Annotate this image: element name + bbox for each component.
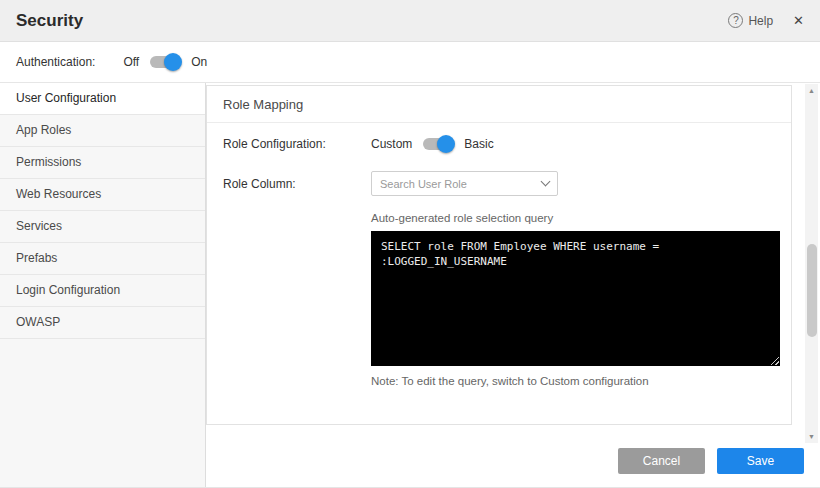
sidebar-item-app-roles[interactable]: App Roles: [0, 115, 205, 147]
sidebar-item-owasp[interactable]: OWASP: [0, 307, 205, 339]
panel-body: Role Configuration: Custom Basic Role Co…: [207, 123, 791, 387]
header: Security ? Help ✕: [0, 0, 820, 42]
close-icon[interactable]: ✕: [793, 13, 804, 28]
role-selection-query-textarea[interactable]: SELECT role FROM Employee WHERE username…: [371, 231, 780, 366]
role-configuration-toggle[interactable]: [423, 138, 453, 150]
toggle-knob: [164, 53, 182, 71]
role-column-row: Role Column: Search User Role: [223, 171, 775, 196]
query-caption: Auto-generated role selection query: [371, 212, 775, 224]
authentication-toggle[interactable]: [150, 56, 180, 68]
role-configuration-row: Role Configuration: Custom Basic: [223, 137, 775, 151]
help-icon[interactable]: ?: [728, 13, 743, 28]
authentication-row: Authentication: Off On: [0, 42, 820, 83]
query-section: Auto-generated role selection query SELE…: [371, 212, 775, 387]
body: User Configuration App Roles Permissions…: [0, 83, 820, 488]
footer-actions: Cancel Save: [618, 448, 804, 474]
sidebar-item-login-configuration[interactable]: Login Configuration: [0, 275, 205, 307]
security-settings-window: Security ? Help ✕ Authentication: Off On…: [0, 0, 820, 488]
role-column-label: Role Column:: [223, 177, 371, 191]
scroll-up-icon[interactable]: ▲: [805, 84, 818, 97]
sidebar-item-permissions[interactable]: Permissions: [0, 147, 205, 179]
authentication-on-label: On: [191, 55, 207, 69]
sidebar-item-services[interactable]: Services: [0, 211, 205, 243]
chevron-down-icon: [541, 177, 551, 187]
authentication-label: Authentication:: [16, 55, 95, 69]
role-configuration-label: Role Configuration:: [223, 137, 371, 151]
page-title: Security: [16, 11, 83, 31]
custom-option-label: Custom: [371, 137, 412, 151]
panel-title: Role Mapping: [207, 86, 791, 123]
role-configuration-control: Custom Basic: [371, 137, 494, 151]
query-note: Note: To edit the query, switch to Custo…: [371, 375, 775, 387]
role-column-placeholder: Search User Role: [380, 178, 467, 190]
save-button[interactable]: Save: [717, 448, 804, 474]
role-column-select[interactable]: Search User Role: [371, 171, 558, 196]
role-mapping-panel: Role Mapping Role Configuration: Custom …: [206, 85, 792, 425]
sidebar: User Configuration App Roles Permissions…: [0, 83, 206, 488]
vertical-scrollbar[interactable]: ▲ ▼: [805, 84, 818, 443]
resize-handle[interactable]: [768, 354, 779, 365]
sidebar-item-prefabs[interactable]: Prefabs: [0, 243, 205, 275]
authentication-off-label: Off: [123, 55, 139, 69]
basic-option-label: Basic: [464, 137, 493, 151]
cancel-button[interactable]: Cancel: [618, 448, 705, 474]
sidebar-item-web-resources[interactable]: Web Resources: [0, 179, 205, 211]
help-link[interactable]: Help: [748, 14, 773, 28]
scrollbar-thumb[interactable]: [807, 244, 817, 337]
main-content: Role Mapping Role Configuration: Custom …: [206, 83, 820, 488]
header-actions: ? Help ✕: [728, 13, 804, 28]
scroll-down-icon[interactable]: ▼: [805, 430, 818, 443]
sidebar-item-user-configuration[interactable]: User Configuration: [0, 83, 205, 115]
toggle-knob: [437, 135, 455, 153]
